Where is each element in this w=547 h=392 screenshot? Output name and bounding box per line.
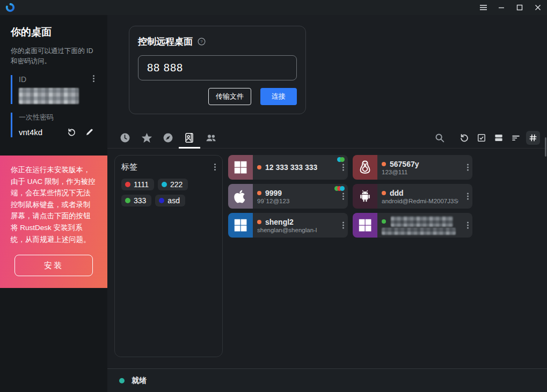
tab-groups[interactable] [200,129,222,147]
tags-menu-button[interactable] [214,164,216,171]
device-id-label: ID [19,75,98,84]
tag-label: 1111 [134,180,149,189]
tags-title: 标签 [121,162,137,172]
windows-logo-icon [233,218,248,233]
peer-menu-button[interactable] [467,193,469,200]
peer-status-dot [382,191,386,195]
tag-chip[interactable]: 1111 [121,179,154,190]
device-id-menu-button[interactable] [93,75,94,82]
control-remote-desktop-title: 控制远程桌面 [138,35,193,48]
windows-logo-icon [358,218,373,233]
tag-label: 333 [134,196,146,205]
android-robot-icon [358,189,373,204]
peer-card[interactable]: 9999 99`12@123 [228,184,348,209]
peer-subtitle: android@Redmi-M2007J3SC [382,198,458,204]
connection-status-text: 就绪 [132,376,147,386]
tag-chip[interactable]: 333 [121,195,151,206]
peer-name: 567567y [390,160,419,168]
my-desktop-title: 你的桌面 [11,25,98,39]
main-panel: 控制远程桌面 ? 传输文件 连接 [107,15,547,392]
sort-list-icon[interactable] [509,131,523,145]
connection-status-dot [119,378,125,383]
help-icon[interactable]: ? [197,37,206,46]
install-warning-banner: 你正在运行未安装版本，由于 UAC 限制，作为被控端，会在某些情况下无法控制鼠标… [0,156,107,288]
peer-subtitle: 123@111 [382,169,458,175]
minimize-button[interactable] [492,0,510,15]
tab-discovered[interactable] [157,129,179,147]
peer-os-icon [228,213,253,238]
peer-os-icon [353,155,377,180]
peer-name: 12 333 333 333 [265,163,317,172]
peer-os-icon [353,213,377,238]
peer-os-icon [353,184,377,209]
tag-label: asd [167,196,180,205]
tag-chip[interactable]: asd [155,195,185,206]
statusbar: 就绪 [107,368,547,392]
maximize-button[interactable] [510,0,529,15]
edit-password-icon[interactable] [85,127,94,137]
apple-logo-icon [233,189,248,204]
tag-color-dot [125,198,130,203]
windows-logo-icon [233,160,248,175]
peer-menu-button[interactable] [342,193,344,200]
tags-list: 1111 222 333 asd [121,179,216,206]
tag-label: 222 [170,180,183,189]
peer-menu-button[interactable] [467,222,469,229]
peer-card[interactable]: shengl2 shenglan@shenglan-l [228,213,348,238]
peer-menu-button[interactable] [342,164,344,171]
tag-color-dot [125,182,130,187]
one-time-password-section: 一次性密码 vnt4kd [11,113,98,137]
peer-card[interactable]: 12 333 333 333 [228,155,348,180]
tab-favorites[interactable] [136,129,157,147]
svg-text:?: ? [200,39,203,44]
peer-menu-button[interactable] [342,222,344,229]
scrollbar-thumb[interactable] [545,137,546,157]
peer-subtitle: shenglan@shenglan-l [257,227,334,233]
peer-status-dot [257,191,261,195]
transfer-file-button[interactable]: 传输文件 [208,88,251,105]
install-button[interactable]: 安装 [14,255,93,276]
cards-view-icon[interactable] [492,131,506,145]
peer-status-dot [257,220,261,224]
rustdesk-logo-icon [5,2,16,13]
my-desktop-subtitle: 你的桌面可以通过下面的 ID 和密码访问。 [11,46,98,67]
peer-card[interactable]: ddd android@Redmi-M2007J3SC [353,184,472,209]
refresh-password-icon[interactable] [67,127,77,137]
select-peers-icon[interactable] [475,131,488,145]
tab-recent-sessions[interactable] [114,129,136,147]
tag-color-dot [159,198,164,203]
peer-name: ddd [390,189,404,197]
peer-menu-button[interactable] [467,164,469,171]
tag-chip[interactable]: 222 [158,179,188,190]
refresh-peers-icon[interactable] [457,131,471,145]
peer-card[interactable] [353,213,472,238]
peer-status-dot [382,162,386,166]
remote-id-input[interactable] [138,55,297,80]
device-id-value-redacted [19,88,79,104]
window-menu-button[interactable] [474,0,492,15]
peer-os-icon [228,184,253,209]
linux-tux-icon [357,159,373,175]
control-remote-desktop-panel: 控制远程桌面 ? 传输文件 连接 [129,26,306,114]
peer-tag-dots [337,186,345,191]
grid-view-icon[interactable] [526,131,540,145]
peer-card[interactable]: 567567y 123@111 [353,155,472,180]
install-warning-text: 你正在运行未安装版本，由于 UAC 限制，作为被控端，会在某些情况下无法控制鼠标… [11,164,97,245]
peer-status-dot [382,219,386,224]
peer-toolbar [107,129,547,149]
close-button[interactable] [529,0,547,15]
peer-name: 9999 [265,189,282,197]
tag-color-dot [162,182,167,187]
peer-tag-dots [339,157,345,162]
tab-address-book[interactable] [179,129,200,149]
sidebar: 你的桌面 你的桌面可以通过下面的 ID 和密码访问。 ID 一次性密码 vnt4… [0,15,107,392]
peer-subtitle: 99`12@123 [257,198,334,204]
search-icon[interactable] [433,131,447,145]
peer-os-icon [228,155,253,180]
peer-status-dot [257,165,261,169]
tags-panel: 标签 1111 222 333 asd [114,155,223,357]
one-time-password-value: vnt4kd [19,128,42,137]
connect-button[interactable]: 连接 [260,88,297,105]
peer-name: shengl2 [265,218,294,226]
device-id-section: ID [11,75,98,104]
